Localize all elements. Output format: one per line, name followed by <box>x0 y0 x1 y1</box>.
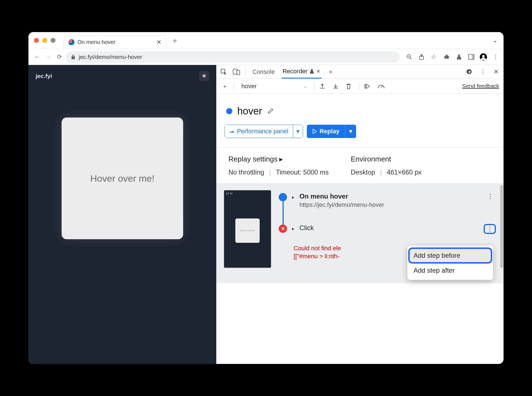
close-devtools-icon[interactable]: ✕ <box>493 68 500 75</box>
tab-title: On menu hover <box>77 39 115 45</box>
tab-strip: On menu hover ✕ ＋ ⌄ <box>28 32 504 49</box>
timeout-value: Timeout: 5000 ms <box>276 168 329 176</box>
menu-add-step-after[interactable]: Add step after <box>407 263 493 278</box>
inspect-element-icon[interactable] <box>220 68 227 75</box>
replay-button[interactable]: Replay ▾ <box>307 125 356 138</box>
hover-card[interactable]: Hover over me! <box>62 118 183 239</box>
send-feedback-link[interactable]: Send feedback <box>462 83 499 89</box>
steps-area: jec.fyi Hover over me! ▸ On menu hover h… <box>216 184 504 283</box>
address-bar[interactable]: jec.fyi/demo/menu-hover <box>66 51 400 63</box>
step-context-menu: Add step before Add step after <box>407 246 493 280</box>
omnibox-actions: ☆ <box>406 53 437 61</box>
new-tab-button[interactable]: ＋ <box>171 37 179 44</box>
device-value: Desktop <box>351 168 375 176</box>
step-menu-icon[interactable]: ⋮ <box>485 192 496 200</box>
devtools-pane: Console Recorder ✕ » ⋮ ✕ <box>216 65 504 364</box>
steps-list: ▸ On menu hover https://jec.fyi/demo/men… <box>279 190 496 260</box>
labs-icon[interactable] <box>455 53 463 61</box>
step-status-dot <box>279 193 287 201</box>
menu-add-step-before[interactable]: Add step before <box>410 249 491 262</box>
divider <box>314 82 314 90</box>
replay-dropdown[interactable]: ▾ <box>345 125 356 138</box>
forward-button[interactable]: → <box>44 53 53 61</box>
reload-button[interactable]: ⟳ <box>55 53 64 61</box>
step-url: https://jec.fyi/demo/menu-hover <box>299 201 384 209</box>
step-thumbnail: jec.fyi Hover over me! <box>224 190 271 268</box>
recording-title: hover <box>237 105 262 117</box>
expand-step-icon[interactable]: ▸ <box>292 226 294 232</box>
devtools-tabs: Console Recorder ✕ » ⋮ ✕ <box>216 65 504 79</box>
device-toolbar-icon[interactable] <box>233 68 240 75</box>
expand-icon: ▸ <box>279 155 283 163</box>
step-menu-icon[interactable]: ⋮ <box>484 224 496 234</box>
step-title: On menu hover <box>299 192 384 200</box>
edit-title-icon[interactable] <box>267 108 274 114</box>
environment-settings: Environment Desktop | 461×660 px <box>351 155 422 176</box>
maximize-window-button[interactable] <box>51 38 56 43</box>
zoom-icon[interactable] <box>406 53 413 61</box>
close-panel-icon[interactable]: ✕ <box>316 68 320 74</box>
lock-icon <box>71 54 75 59</box>
divider <box>246 68 246 76</box>
svg-line-2 <box>410 58 412 59</box>
divider <box>359 82 359 90</box>
replay-settings[interactable]: Replay settings ▸ No throttling | Timeou… <box>228 155 329 176</box>
theme-toggle-button[interactable]: ☀ <box>199 71 209 81</box>
recording-selector[interactable]: hover ⌄ <box>239 82 309 91</box>
settings-gear-icon[interactable] <box>466 68 473 75</box>
step-title: Click <box>299 224 314 232</box>
bookmark-star-icon[interactable]: ☆ <box>430 53 437 61</box>
url-text: jec.fyi/demo/menu-hover <box>79 54 142 60</box>
tab-recorder[interactable]: Recorder ✕ <box>281 65 322 79</box>
more-tabs-icon[interactable]: » <box>327 68 334 75</box>
menu-label: Add step before <box>414 252 460 259</box>
separator: | <box>380 168 382 176</box>
menu-label: Add step after <box>414 267 455 274</box>
side-panel-icon[interactable] <box>468 53 475 61</box>
delete-icon[interactable] <box>346 83 354 89</box>
extensions-icon[interactable] <box>443 53 451 61</box>
svg-rect-10 <box>237 71 240 75</box>
settings-block: Replay settings ▸ No throttling | Timeou… <box>216 147 504 184</box>
step-row-click[interactable]: ✕ ▸ Click ⋮ <box>279 222 496 236</box>
hover-card-text: Hover over me! <box>90 173 154 184</box>
separator: | <box>269 168 271 176</box>
recorder-body: hover Performance panel ▾ <box>216 94 504 364</box>
minimize-window-button[interactable] <box>42 38 47 43</box>
gauge-icon <box>229 129 235 134</box>
recording-name: hover <box>241 83 257 90</box>
expand-step-icon[interactable]: ▸ <box>292 194 294 200</box>
import-icon[interactable] <box>333 83 341 89</box>
slow-replay-icon[interactable] <box>378 84 386 89</box>
tabs-dropdown-icon[interactable]: ⌄ <box>490 37 500 44</box>
browser-window: On menu hover ✕ ＋ ⌄ ← → ⟳ jec.fyi/demo/m… <box>28 32 504 364</box>
scrollbar-thumb[interactable] <box>500 185 503 268</box>
perf-panel-dropdown[interactable]: ▾ <box>293 125 303 138</box>
performance-panel-button[interactable]: Performance panel ▾ <box>225 125 303 138</box>
profile-avatar-icon[interactable] <box>480 53 487 61</box>
step-row-navigate[interactable]: ▸ On menu hover https://jec.fyi/demo/men… <box>279 190 496 211</box>
step-play-icon[interactable] <box>364 84 373 89</box>
content-area: jec.fyi ☀ Hover over me! Console <box>28 65 504 364</box>
thumb-card: Hover over me! <box>235 218 260 243</box>
replay-settings-heading: Replay settings <box>228 155 278 163</box>
new-recording-icon[interactable]: ＋ <box>221 82 229 90</box>
devtools-actions: ⋮ ✕ <box>466 68 500 75</box>
chevron-down-icon: ⌄ <box>304 84 307 88</box>
viewport-value: 461×660 px <box>387 168 422 176</box>
devtools-menu-icon[interactable]: ⋮ <box>479 68 486 75</box>
svg-rect-11 <box>365 84 365 88</box>
share-icon[interactable] <box>418 53 425 61</box>
recording-title-row: hover <box>226 105 495 117</box>
toolbar: ← → ⟳ jec.fyi/demo/menu-hover ☆ <box>28 49 504 65</box>
tab-console[interactable]: Console <box>251 66 276 78</box>
export-icon[interactable] <box>319 83 328 89</box>
browser-tab[interactable]: On menu hover ✕ <box>64 35 166 49</box>
close-window-button[interactable] <box>34 38 39 43</box>
close-tab-icon[interactable]: ✕ <box>156 39 161 46</box>
tab-recorder-label: Recorder <box>283 68 307 75</box>
throttling-value: No throttling <box>228 168 264 176</box>
back-button[interactable]: ← <box>33 53 42 61</box>
environment-heading: Environment <box>351 155 422 163</box>
browser-menu-icon[interactable]: ⋮ <box>492 53 499 61</box>
